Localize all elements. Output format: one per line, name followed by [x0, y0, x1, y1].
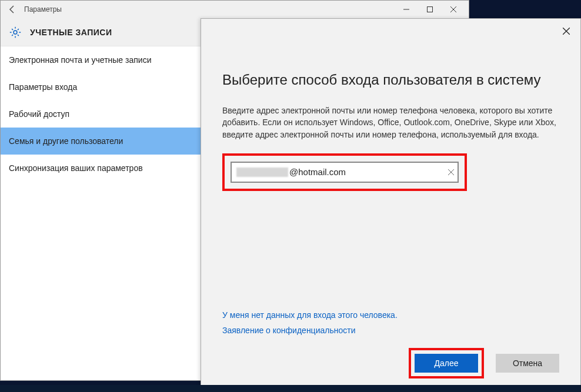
- svg-rect-1: [428, 7, 433, 12]
- settings-title-bar: Параметры: [1, 1, 469, 18]
- window-title: Параметры: [24, 5, 395, 14]
- gear-icon: [9, 26, 22, 39]
- redacted-email-local-part: [236, 167, 288, 177]
- dialog-description: Введите адрес электронной почты или номе…: [222, 105, 559, 140]
- sidebar-item-signin-options[interactable]: Параметры входа: [1, 73, 201, 100]
- settings-sidebar: Электронная почта и учетные записи Парам…: [1, 46, 201, 182]
- add-user-dialog: Выберите способ входа пользователя в сис…: [201, 18, 581, 392]
- dialog-close-button[interactable]: [556, 22, 577, 40]
- email-input[interactable]: [289, 167, 438, 177]
- sidebar-item-email-accounts[interactable]: Электронная почта и учетные записи: [1, 46, 201, 73]
- close-button[interactable]: [442, 1, 465, 18]
- maximize-button[interactable]: [418, 1, 442, 18]
- section-title: УЧЕТНЫЕ ЗАПИСИ: [30, 28, 112, 37]
- minimize-button[interactable]: [395, 1, 418, 18]
- no-credentials-link[interactable]: У меня нет данных для входа этого челове…: [222, 310, 559, 320]
- dialog-links: У меня нет данных для входа этого челове…: [222, 310, 559, 335]
- dialog-buttons: Далее Отмена: [222, 348, 559, 378]
- privacy-statement-link[interactable]: Заявление о конфиденциальности: [222, 326, 559, 335]
- svg-point-4: [14, 31, 17, 34]
- sidebar-item-sync-settings[interactable]: Синхронизация ваших параметров: [1, 155, 201, 182]
- dialog-title: Выберите способ входа пользователя в сис…: [222, 72, 559, 88]
- sidebar-item-work-access[interactable]: Рабочий доступ: [1, 100, 201, 128]
- taskbar: [0, 385, 581, 392]
- email-field-highlight: [222, 153, 467, 191]
- email-input-wrap[interactable]: [231, 162, 459, 183]
- clear-input-icon[interactable]: [448, 167, 454, 177]
- next-button[interactable]: Далее: [415, 354, 478, 373]
- cancel-button[interactable]: Отмена: [496, 354, 559, 373]
- dialog-body: Выберите способ входа пользователя в сис…: [201, 19, 580, 191]
- dialog-footer: У меня нет данных для входа этого челове…: [222, 310, 559, 378]
- back-button[interactable]: [4, 1, 21, 18]
- window-controls: [395, 1, 465, 18]
- sidebar-item-family-users[interactable]: Семья и другие пользователи: [1, 128, 201, 155]
- next-button-highlight: Далее: [409, 348, 484, 378]
